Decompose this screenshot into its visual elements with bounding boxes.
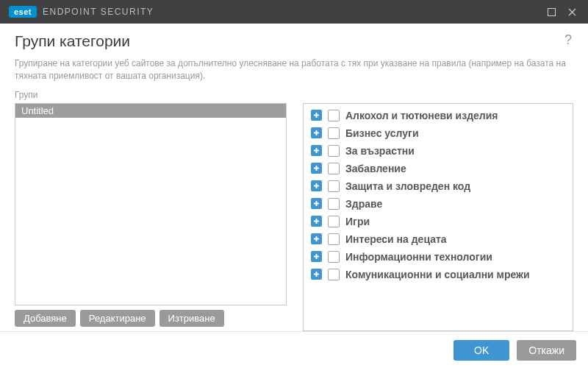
expand-icon[interactable] bbox=[311, 145, 322, 156]
category-row: Алкохол и тютюневи изделия bbox=[308, 107, 573, 124]
category-row: Комуникационни и социални мрежи bbox=[308, 266, 573, 283]
groups-label: Групи bbox=[15, 90, 287, 100]
category-row: Здраве bbox=[308, 195, 573, 213]
category-label: Алкохол и тютюневи изделия bbox=[345, 110, 498, 121]
category-row: Игри bbox=[308, 213, 573, 230]
cancel-button[interactable]: Откажи bbox=[517, 340, 576, 361]
category-row: За възрастни bbox=[308, 142, 573, 160]
category-label: Забавление bbox=[345, 163, 406, 174]
groups-panel: Групи Untitled Добавяне Редактиране Изтр… bbox=[15, 90, 287, 331]
category-row: Бизнес услуги bbox=[308, 124, 573, 142]
category-label: Бизнес услуги bbox=[345, 127, 419, 139]
category-label: Интереси на децата bbox=[345, 233, 447, 245]
category-label: Информационни технологии bbox=[345, 251, 492, 263]
expand-icon[interactable] bbox=[311, 269, 322, 280]
category-checkbox[interactable] bbox=[328, 180, 340, 192]
dialog-footer: OK Откажи bbox=[0, 331, 588, 368]
category-row: Защита и зловреден код bbox=[308, 177, 573, 195]
brand-badge: eset bbox=[9, 6, 37, 18]
category-checkbox[interactable] bbox=[328, 145, 340, 157]
category-checkbox[interactable] bbox=[328, 127, 340, 139]
ok-button[interactable]: OK bbox=[453, 340, 509, 361]
edit-button[interactable]: Редактиране bbox=[80, 310, 155, 327]
group-item[interactable]: Untitled bbox=[15, 104, 286, 118]
page-title: Групи категории bbox=[15, 32, 563, 50]
expand-icon[interactable] bbox=[311, 216, 322, 227]
expand-icon[interactable] bbox=[311, 163, 322, 174]
minimize-button[interactable] bbox=[541, 3, 562, 21]
category-label: Комуникационни и социални мрежи bbox=[345, 269, 530, 280]
category-checkbox[interactable] bbox=[328, 269, 340, 280]
category-row: Интереси на децата bbox=[308, 230, 573, 248]
category-checkbox[interactable] bbox=[328, 216, 340, 227]
expand-icon[interactable] bbox=[311, 251, 322, 262]
title-bar: eset ENDPOINT SECURITY bbox=[0, 0, 588, 24]
category-label: Защита и зловреден код bbox=[345, 180, 470, 192]
category-checkbox[interactable] bbox=[328, 198, 340, 210]
expand-icon[interactable] bbox=[311, 180, 322, 191]
content-area: Групи категории ? Групиране на категории… bbox=[0, 24, 588, 331]
category-label: Здраве bbox=[345, 198, 382, 210]
expand-icon[interactable] bbox=[311, 110, 322, 121]
svg-rect-0 bbox=[548, 8, 555, 15]
category-row: Информационни технологии bbox=[308, 248, 573, 266]
expand-icon[interactable] bbox=[311, 233, 322, 244]
categories-panel: Алкохол и тютюневи изделияБизнес услугиЗ… bbox=[303, 90, 573, 331]
groups-list[interactable]: Untitled bbox=[15, 103, 287, 305]
category-row: Забавление bbox=[308, 160, 573, 177]
add-button[interactable]: Добавяне bbox=[15, 310, 76, 327]
product-name: ENDPOINT SECURITY bbox=[43, 7, 154, 17]
delete-button[interactable]: Изтриване bbox=[159, 310, 224, 327]
page-description: Групиране на категории уеб сайтове за до… bbox=[15, 57, 573, 82]
category-label: За възрастни bbox=[345, 145, 415, 157]
category-checkbox[interactable] bbox=[328, 233, 340, 245]
close-button[interactable] bbox=[562, 3, 582, 21]
category-checkbox[interactable] bbox=[328, 251, 340, 263]
category-label: Игри bbox=[345, 216, 370, 227]
help-icon[interactable]: ? bbox=[563, 32, 573, 48]
category-checkbox[interactable] bbox=[328, 110, 340, 121]
category-checkbox[interactable] bbox=[328, 163, 340, 174]
expand-icon[interactable] bbox=[311, 127, 322, 138]
expand-icon[interactable] bbox=[311, 198, 322, 209]
categories-list[interactable]: Алкохол и тютюневи изделияБизнес услугиЗ… bbox=[303, 103, 573, 331]
